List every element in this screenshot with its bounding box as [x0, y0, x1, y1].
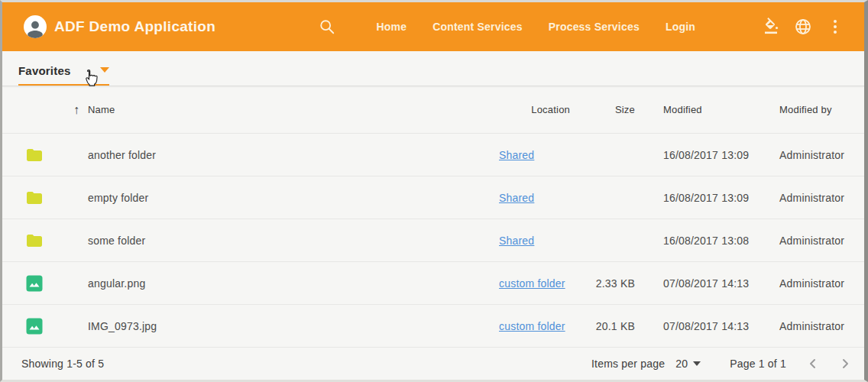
- chevron-left-icon[interactable]: [808, 358, 818, 369]
- table-row[interactable]: IMG_0973.jpg custom folder 20.1 KB 07/08…: [2, 305, 864, 348]
- column-header-modified-by[interactable]: Modified by: [779, 104, 864, 115]
- location-link[interactable]: custom folder: [499, 277, 565, 290]
- modified-date: 07/08/2017 14:13: [635, 320, 779, 332]
- modified-date: 16/08/2017 13:08: [635, 235, 779, 247]
- nav-process-services[interactable]: Process Services: [549, 21, 640, 33]
- nav-login[interactable]: Login: [666, 21, 695, 33]
- table-row[interactable]: some folder Shared 16/08/2017 13:08 Admi…: [2, 219, 864, 262]
- items-per-page-value: 20: [675, 358, 688, 370]
- location-link[interactable]: Shared: [499, 235, 534, 247]
- showing-range-label: Showing 1-5 of 5: [21, 358, 104, 370]
- file-name: another folder: [88, 149, 493, 161]
- search-icon[interactable]: [319, 18, 335, 35]
- items-per-page-select[interactable]: 20: [675, 358, 701, 370]
- file-name: empty folder: [88, 192, 493, 204]
- location-link[interactable]: Shared: [499, 192, 534, 204]
- table-row[interactable]: another folder Shared 16/08/2017 13:09 A…: [2, 134, 864, 176]
- modified-by: Administrator: [779, 235, 864, 247]
- format-color-fill-icon[interactable]: [763, 17, 782, 37]
- column-header-modified[interactable]: Modified: [635, 104, 779, 115]
- app-header: ADF Demo Application Home Content Servic…: [2, 2, 864, 51]
- modified-by: Administrator: [779, 277, 864, 290]
- dropdown-caret-icon: [693, 361, 701, 366]
- user-avatar: [24, 15, 47, 38]
- modified-date: 16/08/2017 13:09: [635, 149, 779, 161]
- file-name: some folder: [88, 235, 493, 247]
- image-icon: [25, 317, 44, 335]
- table-row[interactable]: empty folder Shared 16/08/2017 13:09 Adm…: [2, 176, 864, 219]
- image-icon: [25, 274, 44, 293]
- items-per-page-label: Items per page: [591, 358, 665, 370]
- kebab-menu-icon[interactable]: [829, 17, 841, 37]
- dropdown-caret-icon: [100, 67, 109, 73]
- documents-table: ↑ Name Location Size Modified Modified b…: [2, 86, 864, 348]
- nav-home[interactable]: Home: [376, 21, 406, 33]
- header-nav: Home Content Services Process Services L…: [363, 21, 708, 33]
- sort-arrow-up-icon: ↑: [73, 104, 85, 116]
- pagination-bar: Showing 1-5 of 5 Items per page 20 Page …: [2, 348, 864, 380]
- file-name: angular.png: [88, 277, 493, 290]
- modified-by: Administrator: [779, 192, 864, 204]
- column-header-name[interactable]: ↑ Name: [73, 104, 493, 116]
- app-window: ADF Demo Application Home Content Servic…: [0, 0, 868, 382]
- location-link[interactable]: Shared: [499, 149, 534, 161]
- person-icon: [25, 18, 45, 38]
- location-link[interactable]: custom folder: [499, 320, 565, 332]
- page-status-label: Page 1 of 1: [730, 358, 786, 370]
- file-name: IMG_0973.jpg: [88, 320, 493, 332]
- folder-icon: [25, 231, 44, 250]
- content-toolbar: Favorites: [2, 51, 864, 86]
- modified-by: Administrator: [779, 149, 864, 161]
- chevron-right-icon[interactable]: [840, 358, 850, 369]
- folder-icon: [25, 146, 44, 164]
- table-row[interactable]: angular.png custom folder 2.33 KB 07/08/…: [2, 262, 864, 305]
- favorites-dropdown[interactable]: Favorites: [18, 64, 109, 86]
- file-size: 20.1 KB: [572, 320, 635, 332]
- column-header-size[interactable]: Size: [572, 104, 635, 115]
- file-size: 2.33 KB: [572, 277, 635, 290]
- modified-date: 07/08/2017 14:13: [635, 277, 779, 290]
- table-header-row: ↑ Name Location Size Modified Modified b…: [2, 86, 864, 134]
- app-title: ADF Demo Application: [54, 18, 215, 35]
- modified-by: Administrator: [779, 320, 864, 332]
- nav-content-services[interactable]: Content Services: [432, 21, 523, 33]
- favorites-label: Favorites: [18, 64, 71, 77]
- modified-date: 16/08/2017 13:09: [635, 192, 779, 204]
- folder-icon: [25, 189, 44, 207]
- globe-icon[interactable]: [794, 17, 812, 37]
- column-header-location[interactable]: Location: [493, 104, 572, 115]
